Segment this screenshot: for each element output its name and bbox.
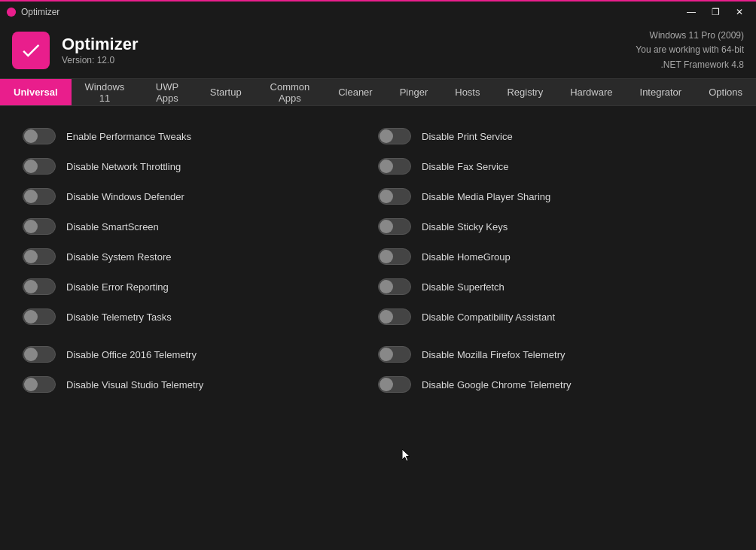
tab-uwp[interactable]: UWP Apps bbox=[138, 79, 196, 105]
toggle-label-firefox-telem: Disable Mozilla Firefox Telemetry bbox=[422, 349, 565, 360]
tab-cleaner[interactable]: Cleaner bbox=[325, 79, 386, 105]
close-button[interactable]: ✕ bbox=[729, 4, 750, 20]
left-toggle-section: Enable Performance TweaksDisable Network… bbox=[23, 121, 378, 400]
toggle-row-superfetch: Disable Superfetch bbox=[378, 272, 733, 302]
toggle-row-office-telem: Disable Office 2016 Telemetry bbox=[23, 339, 378, 369]
title-bar: Optimizer — ❐ ✕ bbox=[0, 0, 756, 23]
toggle-net-throttle[interactable] bbox=[23, 158, 56, 175]
toggle-label-win-defender: Disable Windows Defender bbox=[66, 191, 184, 202]
minimize-button[interactable]: — bbox=[681, 4, 702, 20]
toggle-label-perf-tweaks: Enable Performance Tweaks bbox=[66, 131, 191, 142]
tab-windows11[interactable]: Windows 11 bbox=[72, 79, 139, 105]
toggle-label-chrome-telem: Disable Google Chrome Telemetry bbox=[422, 379, 571, 390]
tab-options[interactable]: Options bbox=[695, 79, 756, 105]
toggle-label-homegroup: Disable HomeGroup bbox=[422, 251, 511, 263]
toggle-sys-restore[interactable] bbox=[23, 248, 56, 265]
toggle-label-fax-svc: Disable Fax Service bbox=[422, 161, 509, 172]
cursor bbox=[402, 449, 411, 463]
sys-info-line1: Windows 11 Pro (2009) bbox=[636, 29, 744, 43]
toggle-firefox-telem[interactable] bbox=[378, 346, 411, 363]
toggle-fax-svc[interactable] bbox=[378, 158, 411, 175]
toggle-row-net-throttle: Disable Network Throttling bbox=[23, 151, 378, 181]
toggle-superfetch[interactable] bbox=[378, 278, 411, 295]
toggle-row-sticky-keys: Disable Sticky Keys bbox=[378, 211, 733, 242]
toggle-label-office-telem: Disable Office 2016 Telemetry bbox=[66, 349, 197, 360]
toggle-label-vs-telem: Disable Visual Studio Telemetry bbox=[66, 379, 203, 390]
toggle-label-telemetry: Disable Telemetry Tasks bbox=[66, 311, 172, 323]
toggle-chrome-telem[interactable] bbox=[378, 376, 411, 393]
main-content: Enable Performance TweaksDisable Network… bbox=[0, 106, 756, 415]
app-info: Optimizer Version: 12.0 bbox=[62, 35, 138, 67]
tab-registry[interactable]: Registry bbox=[493, 79, 556, 105]
title-bar-label: Optimizer bbox=[6, 7, 59, 17]
svg-point-0 bbox=[7, 8, 16, 17]
toggle-compat-asst[interactable] bbox=[378, 308, 411, 325]
tab-hosts[interactable]: Hosts bbox=[441, 79, 493, 105]
toggle-label-sticky-keys: Disable Sticky Keys bbox=[422, 221, 508, 232]
tab-hardware[interactable]: Hardware bbox=[556, 79, 626, 105]
toggle-win-defender[interactable] bbox=[23, 188, 56, 205]
nav-tabs: UniversalWindows 11UWP AppsStartupCommon… bbox=[0, 79, 756, 106]
toggle-row-error-report: Disable Error Reporting bbox=[23, 272, 378, 302]
toggle-error-report[interactable] bbox=[23, 278, 56, 295]
toggle-row-media-sharing: Disable Media Player Sharing bbox=[378, 181, 733, 211]
tab-startup[interactable]: Startup bbox=[197, 79, 255, 105]
toggle-row-chrome-telem: Disable Google Chrome Telemetry bbox=[378, 369, 733, 400]
toggle-label-print-svc: Disable Print Service bbox=[422, 131, 513, 142]
toggle-sticky-keys[interactable] bbox=[378, 218, 411, 235]
sys-info-line3: .NET Framework 4.8 bbox=[636, 58, 744, 72]
toggle-row-compat-asst: Disable Compatibility Assistant bbox=[378, 302, 733, 332]
toggle-row-vs-telem: Disable Visual Studio Telemetry bbox=[23, 369, 378, 400]
right-toggle-section: Disable Print ServiceDisable Fax Service… bbox=[378, 121, 733, 400]
toggle-row-telemetry: Disable Telemetry Tasks bbox=[23, 302, 378, 332]
toggle-label-compat-asst: Disable Compatibility Assistant bbox=[422, 311, 555, 323]
toggle-smartscreen[interactable] bbox=[23, 218, 56, 235]
toggle-vs-telem[interactable] bbox=[23, 376, 56, 393]
window-controls: — ❐ ✕ bbox=[681, 4, 750, 20]
toggle-row-homegroup: Disable HomeGroup bbox=[378, 242, 733, 272]
toggle-row-perf-tweaks: Enable Performance Tweaks bbox=[23, 121, 378, 151]
toggle-homegroup[interactable] bbox=[378, 248, 411, 265]
toggle-label-smartscreen: Disable SmartScreen bbox=[66, 221, 159, 232]
app-header: Optimizer Version: 12.0 Windows 11 Pro (… bbox=[0, 23, 756, 79]
tab-universal[interactable]: Universal bbox=[0, 79, 72, 105]
app-name: Optimizer bbox=[62, 35, 138, 54]
tab-commonapps[interactable]: Common Apps bbox=[255, 79, 325, 105]
tab-pinger[interactable]: Pinger bbox=[386, 79, 442, 105]
toggle-print-svc[interactable] bbox=[378, 128, 411, 144]
toggle-row-firefox-telem: Disable Mozilla Firefox Telemetry bbox=[378, 339, 733, 369]
app-version: Version: 12.0 bbox=[62, 54, 138, 67]
toggle-office-telem[interactable] bbox=[23, 346, 56, 363]
toggle-label-sys-restore: Disable System Restore bbox=[66, 251, 171, 263]
toggle-row-win-defender: Disable Windows Defender bbox=[23, 181, 378, 211]
title-bar-text: Optimizer bbox=[21, 7, 59, 17]
system-info: Windows 11 Pro (2009) You are working wi… bbox=[636, 29, 744, 72]
toggle-media-sharing[interactable] bbox=[378, 188, 411, 205]
toggle-label-media-sharing: Disable Media Player Sharing bbox=[422, 191, 550, 202]
toggle-label-net-throttle: Disable Network Throttling bbox=[66, 161, 181, 172]
toggle-row-sys-restore: Disable System Restore bbox=[23, 242, 378, 272]
sys-info-line2: You are working with 64-bit bbox=[636, 43, 744, 57]
toggle-perf-tweaks[interactable] bbox=[23, 128, 56, 144]
toggle-row-print-svc: Disable Print Service bbox=[378, 121, 733, 151]
toggle-label-superfetch: Disable Superfetch bbox=[422, 281, 505, 293]
app-logo bbox=[12, 32, 50, 69]
toggle-telemetry[interactable] bbox=[23, 308, 56, 325]
maximize-button[interactable]: ❐ bbox=[705, 4, 726, 20]
tab-integrator[interactable]: Integrator bbox=[626, 79, 696, 105]
toggle-row-smartscreen: Disable SmartScreen bbox=[23, 211, 378, 242]
toggle-label-error-report: Disable Error Reporting bbox=[66, 281, 169, 293]
toggle-row-fax-svc: Disable Fax Service bbox=[378, 151, 733, 181]
